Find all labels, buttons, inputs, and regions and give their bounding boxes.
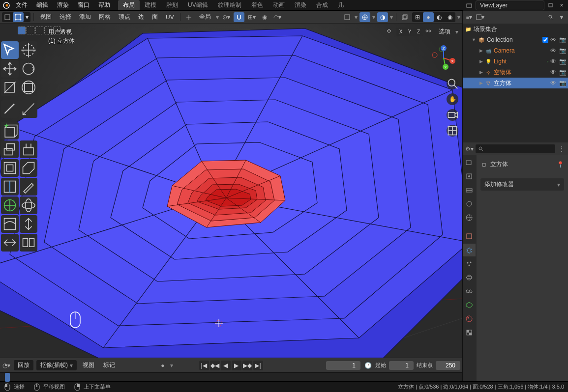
cursor-tool-icon[interactable] (20, 41, 37, 59)
hdr-uv[interactable]: UV (163, 13, 177, 22)
options-label[interactable]: 选项 (436, 27, 453, 37)
play-icon[interactable]: ▶ (232, 361, 241, 370)
tab-object-icon[interactable] (463, 230, 476, 243)
automerge-icon[interactable] (425, 28, 434, 36)
disclosure-icon[interactable]: ▶ (479, 48, 483, 53)
disclosure-icon[interactable]: ▶ (479, 70, 483, 75)
keyframe-prev-icon[interactable]: ◆◀ (210, 361, 220, 370)
timeline-track[interactable] (0, 372, 462, 381)
navigation-gizmo[interactable]: X Y Z (431, 45, 456, 71)
search-icon[interactable] (546, 13, 555, 22)
outliner-collection[interactable]: ▼ 📦 Collection 👁 📷 (463, 34, 568, 45)
proportional-falloff-icon[interactable]: ◠▾ (272, 12, 283, 22)
material-shading-icon[interactable]: ◐ (434, 12, 445, 22)
clock-icon[interactable]: 🕐 (363, 361, 372, 370)
bevel-tool-icon[interactable] (20, 159, 37, 177)
playback-dropdown[interactable]: 回放 (14, 360, 33, 370)
xray-icon[interactable] (399, 12, 410, 22)
hdr-face[interactable]: 面 (149, 12, 161, 22)
tab-modifier-icon[interactable] (463, 244, 476, 256)
tab-layout[interactable]: 布局 (118, 0, 140, 10)
annotate-tool-icon[interactable] (1, 100, 19, 118)
pan-hand-icon[interactable]: ✋ (447, 93, 458, 105)
wireframe-shading-icon[interactable]: ⊞ (412, 12, 423, 22)
outliner-display-icon[interactable]: ≡▾ (465, 13, 474, 22)
outliner-light[interactable]: ▶ 💡 Light ◦👁📷 (463, 56, 568, 67)
select-box-tool-icon[interactable] (1, 41, 19, 59)
camera-restrict-icon[interactable]: 📷 (559, 58, 566, 65)
transform-tool-icon[interactable] (20, 79, 37, 96)
knife-tool-icon[interactable] (20, 178, 37, 196)
axis-z[interactable]: Z (414, 28, 423, 36)
proportional-icon[interactable]: ◉ (259, 12, 270, 22)
hdr-add[interactable]: 添加 (76, 12, 94, 22)
solid-shading-icon[interactable]: ● (423, 12, 434, 22)
menu-render[interactable]: 渲染 (53, 0, 73, 10)
outliner-camera[interactable]: ▶ 📹 Camera 👁📷 (463, 45, 568, 56)
hdr-vertex[interactable]: 顶点 (116, 12, 133, 22)
menu-file[interactable]: 文件 (12, 0, 31, 10)
disclosure-icon[interactable]: ▶ (479, 59, 483, 64)
tab-material-icon[interactable] (463, 312, 476, 325)
snap-toggle-icon[interactable] (234, 12, 244, 22)
object-mode-icon[interactable] (2, 12, 13, 22)
end-frame[interactable]: 250 (436, 361, 460, 370)
timeline-marker[interactable]: 标记 (100, 360, 118, 370)
sel-subtract-icon[interactable] (35, 27, 43, 34)
pin-icon[interactable]: 📍 (557, 161, 564, 168)
viewlayer-selector[interactable]: ViewLayer (476, 0, 544, 10)
smooth-tool-icon[interactable] (1, 215, 19, 233)
hdr-view[interactable]: 视图 (37, 12, 55, 22)
jump-end-icon[interactable]: ▶| (253, 361, 263, 370)
tab-output-icon[interactable] (463, 170, 476, 183)
camera-restrict-icon[interactable]: 📷 (559, 69, 566, 76)
tab-mesh-icon[interactable] (463, 299, 476, 311)
orientation-global[interactable]: 全局 (196, 12, 214, 22)
tab-geo[interactable]: 几 (333, 0, 349, 10)
tab-constraint-icon[interactable] (463, 285, 476, 298)
tab-viewlayer-icon[interactable] (463, 184, 476, 196)
tab-render-icon[interactable] (463, 156, 476, 169)
hdr-select[interactable]: 选择 (57, 12, 74, 22)
scale-tool-icon[interactable] (1, 79, 19, 96)
eye-icon[interactable]: 👁 (550, 69, 557, 76)
orientation-icon[interactable] (183, 12, 194, 22)
disclosure-icon[interactable]: ▶ (479, 81, 483, 85)
shrink-tool-icon[interactable] (1, 234, 19, 252)
snap-type-icon[interactable]: ⊞▾ (246, 12, 257, 22)
tab-modeling[interactable]: 建模 (140, 0, 161, 10)
outliner-empty[interactable]: ▶ ⊹ 空物体 👁📷 (463, 67, 568, 78)
timeline-view[interactable]: 视图 (80, 360, 97, 370)
keyframe-next-icon[interactable]: ▶◆ (242, 361, 252, 370)
tab-animation[interactable]: 动画 (268, 0, 290, 10)
camera-restrict-icon[interactable]: 📷 (559, 80, 566, 86)
sel-box-icon[interactable] (18, 27, 26, 34)
tab-particle-icon[interactable] (463, 257, 476, 270)
tab-compositing[interactable]: 合成 (311, 0, 333, 10)
camera-restrict-icon[interactable]: 📷 (559, 47, 566, 54)
camera-view-icon[interactable] (447, 109, 458, 121)
tab-scene-icon[interactable] (463, 197, 476, 210)
eye-icon[interactable]: 👁 (550, 58, 557, 65)
tab-texture-icon[interactable] (463, 326, 476, 339)
measure-tool-icon[interactable] (20, 100, 37, 118)
sel-extend-icon[interactable] (27, 27, 34, 34)
axis-y[interactable]: Y (405, 28, 414, 36)
tab-physics-icon[interactable] (463, 271, 476, 284)
show-gizmo-icon[interactable] (359, 12, 370, 22)
properties-breadcrumb[interactable]: ◻ 立方体 📍 (480, 158, 564, 170)
eye-icon[interactable]: 👁 (550, 80, 557, 86)
start-frame[interactable]: 1 (389, 361, 414, 370)
play-reverse-icon[interactable]: ◀ (221, 361, 231, 370)
props-search-input[interactable] (483, 146, 552, 152)
3d-viewport[interactable]: 用户透视 (1) 立方体 (0, 24, 462, 358)
keying-dropdown[interactable]: 抠像(插帧) ▾ (36, 360, 77, 370)
perspective-icon[interactable] (447, 125, 458, 137)
autokey-icon[interactable]: ● (158, 361, 167, 370)
timeline-editor-icon[interactable]: ◔▾ (2, 361, 11, 370)
outliner-mode-icon[interactable]: ▾ (476, 13, 484, 22)
hdr-mesh[interactable]: 网格 (96, 12, 114, 22)
move-tool-icon[interactable] (1, 60, 19, 78)
jump-start-icon[interactable]: |◀ (199, 361, 209, 370)
camera-restrict-icon[interactable]: 📷 (559, 36, 566, 43)
